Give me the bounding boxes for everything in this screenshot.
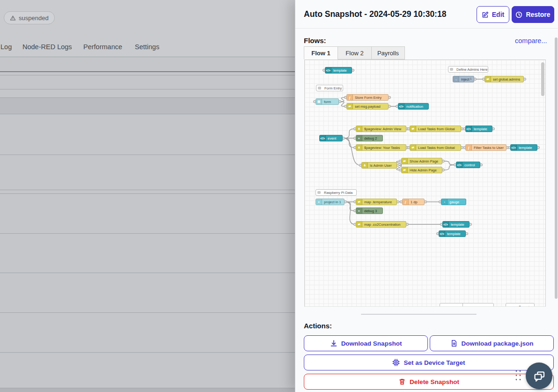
flow-node-label: template [449,222,466,227]
flow-viewer-vertical-scrollbar[interactable] [541,62,544,96]
code-icon: </> [398,104,404,109]
flow-node-label: Hide Admin Page [408,168,439,172]
flow-node-label: $pageview: Admin View [362,127,403,131]
download-package-json-label: Download package.json [462,340,534,347]
compare-link[interactable]: compare... [515,37,547,44]
tab-flow-1[interactable]: Flow 1 [304,46,338,59]
panel-scrollbar[interactable] [555,37,558,299]
flow-viewer-horizontal-scrollbar[interactable] [361,314,477,315]
flow-node-label: form [322,100,333,104]
flow-node-func_1dp: ƒ1 dp [402,199,425,205]
flow-node-change_load1: ⇄Load Tasks from Global [410,126,461,132]
fork-icon: ⋔ [362,163,368,168]
flow-node-comment_rpi: Raspberry Pi Data [316,189,357,196]
edit-button-label: Edit [492,11,504,18]
flow-node-label: gauge [448,200,461,204]
page-title: Auto Snapshot - 2024-05-29 10:30:18 [304,0,446,29]
dimmed-background-page: suspended Log Node-RED Logs Performance … [0,0,295,392]
clock-icon [515,11,522,18]
flow-viewer-toolbar-clipped[interactable] [440,303,494,307]
comment-icon [316,190,322,195]
flow-node-comment_admins: Define Admins Here [448,66,488,73]
flow-node-label: Form Entry [323,86,343,90]
restore-button[interactable]: Restore [512,6,554,23]
flow-node-func_filter: ƒFilter Tasks to User [465,144,507,151]
flow-node-label: Load Tasks from Global [416,127,457,131]
magnifier-icon: ⚲ [518,305,521,307]
shuffle-icon: ⇄ [410,126,416,132]
tab-payrolls[interactable]: Payrolls [371,46,405,59]
flow-node-template_r2: </>template [510,144,537,151]
flow-node-inject1: →inject ¹ [453,76,474,82]
flow-wires [305,60,546,307]
nav-item-settings[interactable]: Settings [135,43,159,51]
flow-node-change_temp: ⇄map .temperature [356,199,397,205]
flow-node-label: Show Admin Page [408,159,440,163]
flow-node-change_show: ⇄Show Admin Page [401,158,442,164]
flow-node-change_setmsg: ⇄set msg.payload [346,103,389,110]
flow-node-control: </>control [456,162,480,168]
chat-widget-button[interactable] [526,362,552,389]
flow-node-change_co2: ⇄map .co2Concentration [356,221,406,228]
flow-node-template_last: </>template [439,230,466,237]
code-icon: </> [443,222,449,227]
flow-canvas[interactable]: </>templateForm Entry▤formƒStore Form En… [304,59,546,307]
shuffle-icon: ⇄ [347,104,353,109]
background-table-row-divider [0,97,295,98]
widget-drag-handle[interactable] [514,369,522,380]
flow-node-label: debug 2 [362,136,379,141]
code-icon: </> [466,126,472,132]
flow-node-label: Define Admins Here [455,67,488,72]
code-icon: </> [456,162,463,168]
flow-node-change_hide: ⇄Hide Admin Page [401,167,442,173]
set-device-target-label: Set as Device Target [404,359,465,366]
flow-node-debug2: ≡debug 2 [356,135,383,141]
flow-node-notification: </>notification [398,103,429,110]
flow-node-template_top: </>template [325,67,352,74]
flow-node-label: set global.admins [491,77,522,81]
delete-snapshot-label: Delete Snapshot [410,378,459,385]
function-icon: ƒ [466,145,472,150]
pencil-icon [482,11,489,18]
function-icon: ƒ [347,95,353,100]
fork-icon: ⋔ [356,126,362,132]
function-icon: ƒ [403,199,409,205]
background-table-row-divider [0,57,295,57]
shuffle-icon: ⇄ [356,199,362,205]
nav-item-log[interactable]: Log [0,43,12,51]
file-download-icon [450,340,458,347]
flow-node-label: Load Tasks from Global [416,146,457,150]
trash-icon [398,378,406,385]
flow-node-comment_form: Form Entry [316,85,343,91]
comment-icon [316,85,323,91]
nav-item-nodered-logs[interactable]: Node-RED Logs [22,43,72,51]
flow-node-label: event [326,136,338,141]
set-device-target-button[interactable]: Set as Device Target [304,355,554,370]
download-snapshot-button[interactable]: Download Snapshot [304,335,428,351]
flow-node-change_global: ⇄set global.admins [485,76,524,82]
gauge-icon: ◔ [441,199,448,205]
flow-node-label: Raspberry Pi Data [322,191,354,195]
flow-node-label: template [517,146,534,150]
flow-node-label: project in 1 [322,200,343,204]
shuffle-icon: ⇄ [485,76,491,82]
panel-header: Auto Snapshot - 2024-05-29 10:30:18 Edit… [295,0,558,29]
download-snapshot-label: Download Snapshot [341,340,402,347]
flow-node-label: control [463,163,477,167]
edit-button[interactable]: Edit [477,6,509,23]
flow-node-debug3: ≡debug 3 [356,207,383,214]
flow-node-label: 1 dp [409,200,419,204]
flow-node-func_store: ƒStore Form Entry [346,94,389,101]
status-badge-suspended: suspended [4,11,55,24]
nav-item-performance[interactable]: Performance [83,43,122,51]
flow-node-switch_your_tasks: ⋔$pageview: Your Tasks [356,144,406,151]
fork-icon: ⋔ [356,145,362,150]
flow-viewer-zoom-controls-clipped[interactable]: ⚲ + [506,303,535,307]
download-package-json-button[interactable]: Download package.json [430,335,554,351]
background-table-selected-row [0,97,295,114]
download-icon [330,340,338,347]
tab-flow-2[interactable]: Flow 2 [338,46,371,59]
warning-icon [10,15,16,21]
background-table-row-divider [0,312,295,313]
link-in-icon: « [316,199,322,205]
